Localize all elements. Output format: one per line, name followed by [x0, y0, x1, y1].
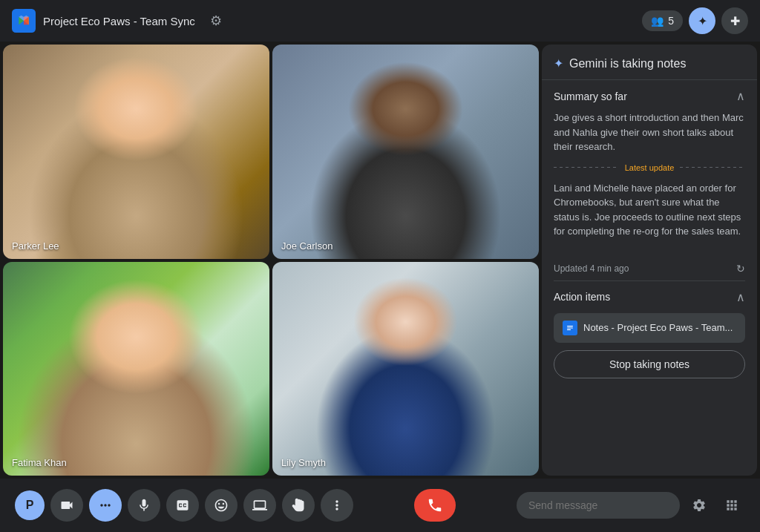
toolbar-left: P — [15, 489, 353, 522]
person-visual-fatima — [3, 262, 269, 476]
more-options-button-toolbar[interactable] — [321, 489, 353, 522]
person-visual-joe — [272, 45, 539, 259]
summary-text: Joe gives a short introduction and then … — [554, 111, 745, 154]
google-meet-logo — [12, 9, 36, 33]
updated-time: Updated 4 min ago — [554, 263, 629, 274]
summary-section-header[interactable]: Summary so far ∧ — [554, 89, 745, 103]
person-visual-lily — [272, 262, 539, 476]
svg-rect-7 — [567, 327, 573, 328]
raise-hand-button[interactable] — [282, 489, 315, 522]
self-avatar-button[interactable]: P — [15, 490, 45, 520]
camera-button[interactable] — [50, 489, 83, 522]
gemini-content[interactable]: Summary so far ∧ Joe gives a short intro… — [542, 80, 757, 476]
toolbar-right — [517, 492, 745, 519]
meeting-title: Project Eco Paws - Team Sync — [43, 15, 195, 27]
video-tile-fatima: Fatima Khan — [3, 262, 269, 476]
person-visual-parker — [3, 45, 269, 259]
participants-icon: 👥 — [651, 15, 664, 27]
summary-section-title: Summary so far — [554, 91, 627, 102]
header: Project Eco Paws - Team Sync ⚙ 👥 5 ✦ ✚ — [0, 0, 760, 42]
header-right: 👥 5 ✦ ✚ — [642, 7, 748, 34]
divider-line-right — [680, 167, 745, 168]
captions-icon — [175, 498, 190, 513]
video-tile-parker: Parker Lee — [3, 45, 269, 259]
raise-hand-icon — [291, 498, 306, 513]
notes-link-text: Notes - Project Eco Paws - Team... — [583, 322, 733, 333]
svg-rect-8 — [567, 329, 571, 329]
end-call-button[interactable] — [414, 489, 456, 522]
gemini-notes-button[interactable]: ✦ — [689, 7, 715, 34]
updated-info: Updated 4 min ago ↻ — [542, 257, 757, 280]
participants-count: 5 — [668, 15, 674, 27]
summary-section: Summary so far ∧ Joe gives a short intro… — [542, 80, 757, 248]
vertical-dots-icon — [330, 498, 344, 513]
mic-icon — [137, 498, 151, 513]
notes-link[interactable]: Notes - Project Eco Paws - Team... — [554, 313, 745, 343]
camera-icon — [59, 498, 74, 513]
gemini-title-text: Gemini is taking notes — [569, 57, 686, 70]
settings-icon — [692, 498, 707, 513]
toolbar-center — [414, 489, 456, 522]
divider-line-left — [554, 167, 619, 168]
more-call-options-button[interactable] — [89, 489, 122, 522]
gemini-panel: ✦ Gemini is taking notes Summary so far … — [542, 45, 757, 476]
action-items-title: Action items — [554, 291, 610, 303]
present-screen-button[interactable] — [243, 489, 276, 522]
emoji-button[interactable] — [205, 489, 238, 522]
gemini-title: ✦ Gemini is taking notes — [554, 56, 745, 70]
main-content: Parker Lee Joe Carlson Fatima Khan Lily … — [0, 42, 760, 479]
chat-settings-button[interactable] — [686, 492, 712, 519]
gemini-star-icon: ✦ — [554, 56, 563, 70]
microphone-button[interactable] — [128, 489, 160, 522]
svg-rect-6 — [567, 326, 573, 326]
bottom-toolbar: P — [0, 479, 760, 532]
captions-button[interactable] — [166, 489, 199, 522]
header-left: Project Eco Paws - Team Sync ⚙ — [12, 7, 229, 34]
emoji-icon — [214, 498, 229, 513]
more-icon — [98, 498, 113, 513]
apps-grid-button[interactable] — [718, 492, 745, 519]
grid-icon — [724, 498, 739, 513]
action-items-chevron-icon: ∧ — [736, 290, 745, 304]
more-options-button[interactable]: ✚ — [721, 7, 748, 34]
video-tile-joe: Joe Carlson — [272, 45, 539, 259]
action-items-header[interactable]: Action items ∧ — [554, 290, 745, 304]
participants-button[interactable]: 👥 5 — [642, 10, 683, 31]
participant-name-parker: Parker Lee — [12, 240, 59, 252]
meeting-settings-button[interactable]: ⚙ — [203, 7, 229, 34]
refresh-button[interactable]: ↻ — [736, 263, 745, 275]
latest-update-divider: Latest update — [554, 163, 745, 172]
gemini-header: ✦ Gemini is taking notes — [542, 45, 757, 80]
screen-share-icon — [252, 498, 267, 513]
participant-name-joe: Joe Carlson — [281, 240, 332, 252]
participant-name-fatima: Fatima Khan — [12, 457, 67, 468]
summary-chevron-icon: ∧ — [736, 89, 745, 103]
notes-doc-icon — [563, 321, 577, 335]
stop-notes-button[interactable]: Stop taking notes — [554, 350, 745, 378]
video-tile-lily: Lily Smyth — [272, 262, 539, 476]
video-grid: Parker Lee Joe Carlson Fatima Khan Lily … — [0, 42, 542, 479]
update-text: Lani and Michelle have placed an order f… — [554, 181, 745, 239]
latest-update-label: Latest update — [625, 163, 675, 172]
action-items-section: Action items ∧ Notes - Project Eco Paws … — [542, 281, 757, 387]
participant-name-lily: Lily Smyth — [281, 457, 326, 468]
send-message-input[interactable] — [517, 492, 680, 519]
end-call-icon — [427, 497, 443, 513]
